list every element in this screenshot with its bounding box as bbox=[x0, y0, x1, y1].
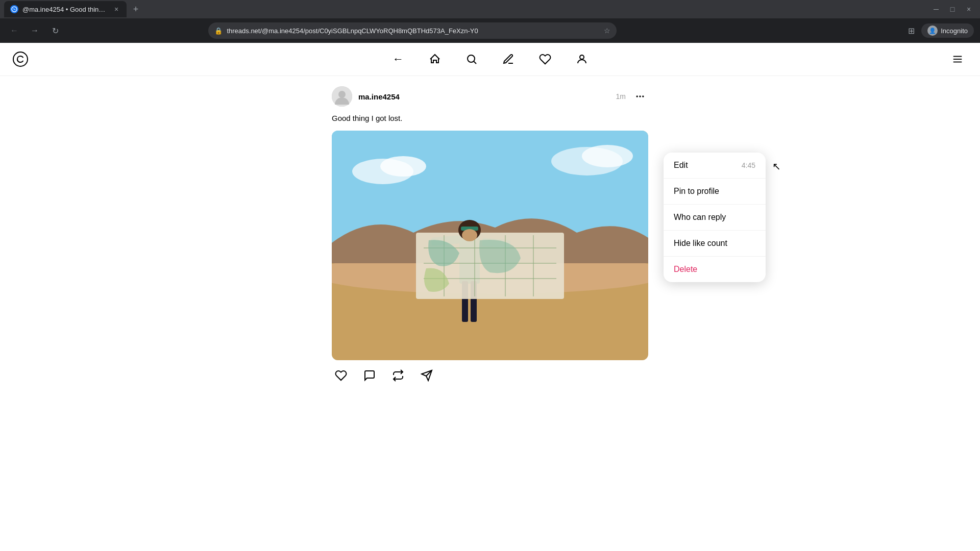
threads-logo[interactable] bbox=[12, 51, 29, 67]
edit-label: Edit bbox=[674, 161, 688, 170]
post-container: ma.ine4254 1m Good thing I got lost. bbox=[332, 76, 648, 395]
svg-point-16 bbox=[582, 145, 633, 167]
who-can-reply-menu-item[interactable]: Who can reply bbox=[664, 205, 766, 230]
incognito-icon: 👤 bbox=[927, 26, 938, 36]
refresh-button[interactable]: ↻ bbox=[47, 22, 63, 39]
incognito-button[interactable]: 👤 Incognito bbox=[921, 23, 974, 38]
hide-like-count-menu-item[interactable]: Hide like count bbox=[664, 231, 766, 256]
minimize-button[interactable]: ─ bbox=[929, 2, 943, 16]
svg-point-14 bbox=[380, 156, 426, 177]
svg-point-2 bbox=[468, 55, 475, 62]
back-arrow-icon: ← bbox=[393, 53, 404, 66]
comment-button[interactable] bbox=[360, 366, 379, 385]
delete-label: Delete bbox=[674, 265, 697, 274]
post-image bbox=[332, 131, 648, 360]
dropdown-menu: Edit 4:45 Pin to profile Who can reply H… bbox=[664, 153, 766, 282]
compose-nav-button[interactable] bbox=[498, 49, 519, 69]
tab-bar: @ma.ine4254 • Good thing I go... × + ─ □… bbox=[0, 0, 980, 18]
tab-close-btn[interactable]: × bbox=[112, 5, 120, 13]
hide-label: Hide like count bbox=[674, 239, 727, 248]
more-options-button[interactable] bbox=[632, 88, 648, 105]
forward-button[interactable]: → bbox=[27, 22, 43, 39]
maximize-button[interactable]: □ bbox=[945, 2, 960, 16]
edit-timer: 4:45 bbox=[742, 161, 755, 169]
search-nav-button[interactable] bbox=[461, 49, 482, 69]
tab-favicon bbox=[10, 5, 18, 13]
active-tab[interactable]: @ma.ine4254 • Good thing I go... × bbox=[4, 1, 127, 17]
svg-point-1 bbox=[13, 52, 28, 66]
post-text: Good thing I got lost. bbox=[332, 113, 648, 124]
svg-point-35 bbox=[462, 229, 477, 241]
new-tab-button[interactable]: + bbox=[129, 2, 143, 16]
window-controls: ─ □ × bbox=[929, 2, 976, 16]
hamburger-menu[interactable] bbox=[947, 49, 968, 69]
nav-icons: ← bbox=[388, 49, 592, 69]
like-button[interactable] bbox=[332, 366, 350, 385]
edit-menu-item[interactable]: Edit 4:45 bbox=[664, 153, 766, 178]
browser-chrome: @ma.ine4254 • Good thing I go... × + ─ □… bbox=[0, 0, 980, 43]
close-window-button[interactable]: × bbox=[962, 2, 976, 16]
svg-point-3 bbox=[580, 55, 584, 59]
svg-point-9 bbox=[636, 95, 638, 97]
share-button[interactable] bbox=[418, 366, 436, 385]
extensions-button[interactable]: ⊞ bbox=[903, 22, 919, 39]
security-lock-icon: 🔒 bbox=[214, 27, 223, 35]
username[interactable]: ma.ine4254 bbox=[358, 92, 616, 101]
nav-right bbox=[947, 49, 968, 69]
bookmark-icon[interactable]: ☆ bbox=[604, 27, 610, 35]
url-bar[interactable]: 🔒 threads.net/@ma.ine4254/post/C0yiSGBLn… bbox=[208, 22, 617, 39]
avatar[interactable] bbox=[332, 86, 352, 107]
toolbar-right: ⊞ 👤 Incognito bbox=[903, 22, 974, 39]
tab-title: @ma.ine4254 • Good thing I go... bbox=[22, 6, 108, 13]
pin-menu-item[interactable]: Pin to profile bbox=[664, 179, 766, 204]
url-text: threads.net/@ma.ine4254/post/C0yiSGBLnpq… bbox=[227, 27, 600, 35]
back-nav-button[interactable]: ← bbox=[388, 49, 408, 69]
address-bar: ← → ↻ 🔒 threads.net/@ma.ine4254/post/C0y… bbox=[0, 18, 980, 43]
top-nav: ← bbox=[0, 43, 980, 76]
svg-point-8 bbox=[338, 91, 346, 98]
activity-nav-button[interactable] bbox=[535, 49, 555, 69]
post-time: 1m bbox=[616, 92, 626, 101]
delete-menu-item[interactable]: Delete bbox=[664, 257, 766, 282]
repost-button[interactable] bbox=[389, 366, 407, 385]
page-content: ← bbox=[0, 43, 980, 551]
post-actions bbox=[332, 366, 648, 385]
back-button[interactable]: ← bbox=[6, 22, 22, 39]
svg-point-11 bbox=[642, 95, 644, 97]
profile-nav-button[interactable] bbox=[572, 49, 592, 69]
incognito-label: Incognito bbox=[941, 27, 968, 35]
cursor: ↖ bbox=[772, 160, 781, 172]
home-nav-button[interactable] bbox=[425, 49, 445, 69]
pin-label: Pin to profile bbox=[674, 187, 719, 196]
svg-point-10 bbox=[639, 95, 641, 97]
post-header: ma.ine4254 1m bbox=[332, 86, 648, 107]
reply-label: Who can reply bbox=[674, 213, 726, 222]
